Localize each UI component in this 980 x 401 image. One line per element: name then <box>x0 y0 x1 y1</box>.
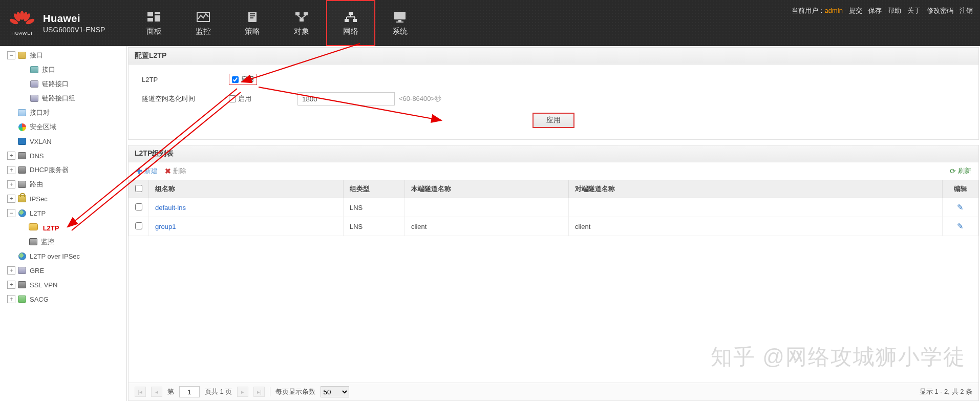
l2tp-icon <box>29 223 38 230</box>
svg-rect-8 <box>155 12 160 14</box>
main-content: 配置L2TP L2TP 启用 隧道空闲老化时间 启用 <box>127 46 980 401</box>
refresh-button[interactable]: ⟳刷新 <box>950 166 971 176</box>
svg-rect-29 <box>398 20 401 22</box>
nav-dashboard[interactable]: 面板 <box>130 0 179 46</box>
group-name-link[interactable]: group1 <box>149 217 344 236</box>
idle-time-input[interactable] <box>297 92 395 105</box>
sidebar-item-ipsec[interactable]: +IPSec <box>0 192 126 206</box>
expand-icon[interactable]: + <box>7 266 15 275</box>
route-icon <box>18 181 26 188</box>
monitor-icon <box>29 238 37 245</box>
logo-label: HUAWEI <box>9 31 35 36</box>
last-page-button[interactable]: ▸| <box>253 387 265 397</box>
svg-line-20 <box>302 15 306 18</box>
nic-icon <box>30 66 38 73</box>
sidebar-item-l2tp-config[interactable]: L2TP <box>0 220 126 235</box>
nav-monitor[interactable]: 监控 <box>179 0 228 46</box>
lock-icon <box>18 195 26 202</box>
table-row: default-lns LNS ✎ <box>129 198 978 217</box>
page-input[interactable] <box>179 386 200 397</box>
sidebar-item-l2tp-monitor[interactable]: 监控 <box>0 235 126 249</box>
sacg-icon <box>18 296 26 303</box>
sidebar-item-dns[interactable]: +DNS <box>0 149 126 163</box>
collapse-icon[interactable]: − <box>7 51 15 59</box>
collapse-icon[interactable]: − <box>7 209 15 217</box>
delete-button[interactable]: ✖删除 <box>165 166 186 176</box>
nav-network[interactable]: 网络 <box>326 0 375 46</box>
col-peer-tunnel[interactable]: 对端隧道名称 <box>569 180 943 198</box>
page-size-select[interactable]: 50 <box>321 386 349 397</box>
config-l2tp-panel: 配置L2TP L2TP 启用 隧道空闲老化时间 启用 <box>128 47 979 140</box>
l2tp-enable-checkbox-wrap[interactable]: 启用 <box>229 74 257 85</box>
sidebar-item-interface-sub[interactable]: 接口 <box>0 62 126 77</box>
expand-icon[interactable]: + <box>7 152 15 160</box>
row-checkbox[interactable] <box>135 222 142 229</box>
apply-button[interactable]: 应用 <box>532 113 574 128</box>
l2tp-group-list-panel: L2TP组列表 ✚新建 ✖删除 ⟳刷新 组名称 组类型 本端隧道名称 对端隧道名… <box>128 145 979 401</box>
brand-model: USG6000V1-ENSP <box>43 26 105 34</box>
l2tp-field-label: L2TP <box>142 76 229 83</box>
dns-icon <box>18 152 26 159</box>
svg-line-19 <box>297 15 302 18</box>
l2tp-enable-label: 启用 <box>241 75 254 84</box>
expand-icon[interactable]: + <box>7 166 15 174</box>
link-help[interactable]: 帮助 <box>888 6 901 15</box>
expand-icon[interactable]: + <box>7 180 15 188</box>
edit-icon[interactable]: ✎ <box>957 203 964 212</box>
edit-icon[interactable]: ✎ <box>957 222 964 230</box>
expand-icon[interactable]: + <box>7 195 15 203</box>
svg-rect-11 <box>197 12 209 22</box>
sidebar-item-interface[interactable]: −接口 <box>0 48 126 62</box>
sidebar-item-vxlan[interactable]: VXLAN <box>0 134 126 149</box>
col-group-type[interactable]: 组类型 <box>344 180 405 198</box>
page-total-label: 页共 1 页 <box>205 387 232 396</box>
sidebar-item-security-zone[interactable]: 安全区域 <box>0 120 126 134</box>
l2tp-enable-checkbox[interactable] <box>232 76 239 83</box>
pager-bar: |◂ ◂ 第 页共 1 页 ▸ ▸| 每页显示条数 50 显示 1 - 2, 共… <box>129 383 978 400</box>
idle-enable-checkbox-wrap[interactable]: 启用 <box>229 94 251 103</box>
next-page-button[interactable]: ▸ <box>237 387 248 397</box>
expand-icon[interactable]: + <box>7 281 15 289</box>
page-size-label: 每页显示条数 <box>275 387 315 396</box>
nav-object[interactable]: 对象 <box>277 0 326 46</box>
app-header: HUAWEI Huawei USG6000V1-ENSP 面板 监控 策略 对象… <box>0 0 980 46</box>
nav-policy[interactable]: 策略 <box>228 0 277 46</box>
link-change-password[interactable]: 修改密码 <box>927 6 953 15</box>
select-all-checkbox[interactable] <box>135 185 142 192</box>
nav-system[interactable]: 系统 <box>375 0 424 46</box>
sidebar-item-interface-pair[interactable]: 接口对 <box>0 105 126 120</box>
prev-page-button[interactable]: ◂ <box>151 387 162 397</box>
col-local-tunnel[interactable]: 本端隧道名称 <box>405 180 569 198</box>
expand-icon[interactable]: + <box>7 295 15 303</box>
link-commit[interactable]: 提交 <box>849 6 862 15</box>
link-save[interactable]: 保存 <box>868 6 882 15</box>
sidebar-item-sslvpn[interactable]: +SSL VPN <box>0 278 126 292</box>
col-group-name[interactable]: 组名称 <box>149 180 344 198</box>
svg-rect-9 <box>155 15 160 22</box>
sidebar-item-l2tp-over-ipsec[interactable]: L2TP over IPSec <box>0 249 126 263</box>
link-icon <box>30 80 38 88</box>
sidebar-item-link-interface[interactable]: 链路接口 <box>0 77 126 91</box>
sidebar-item-link-interface-group[interactable]: 链路接口组 <box>0 91 126 105</box>
nav-label: 策略 <box>245 27 260 36</box>
idle-enable-checkbox[interactable] <box>229 95 236 102</box>
new-button[interactable]: ✚新建 <box>136 166 158 176</box>
top-nav: 面板 监控 策略 对象 网络 系统 <box>130 0 424 46</box>
link-logout[interactable]: 注销 <box>960 6 973 15</box>
sidebar-item-dhcp[interactable]: +DHCP服务器 <box>0 163 126 177</box>
sidebar-item-gre[interactable]: +GRE <box>0 263 126 278</box>
first-page-button[interactable]: |◂ <box>135 387 146 397</box>
link-about[interactable]: 关于 <box>907 6 921 15</box>
pager-summary: 显示 1 - 2, 共 2 条 <box>920 387 972 396</box>
group-type-cell: LNS <box>344 198 405 217</box>
sidebar-item-route[interactable]: +路由 <box>0 177 126 192</box>
svg-rect-30 <box>396 22 403 23</box>
row-checkbox[interactable] <box>135 203 142 210</box>
sidebar-item-sacg[interactable]: +SACG <box>0 292 126 306</box>
sslvpn-icon <box>18 281 26 288</box>
group-name-link[interactable]: default-lns <box>149 198 344 217</box>
col-edit[interactable]: 编辑 <box>943 180 978 198</box>
svg-rect-15 <box>250 17 253 18</box>
sidebar-item-l2tp[interactable]: −L2TP <box>0 206 126 220</box>
monitor-icon <box>196 10 211 24</box>
